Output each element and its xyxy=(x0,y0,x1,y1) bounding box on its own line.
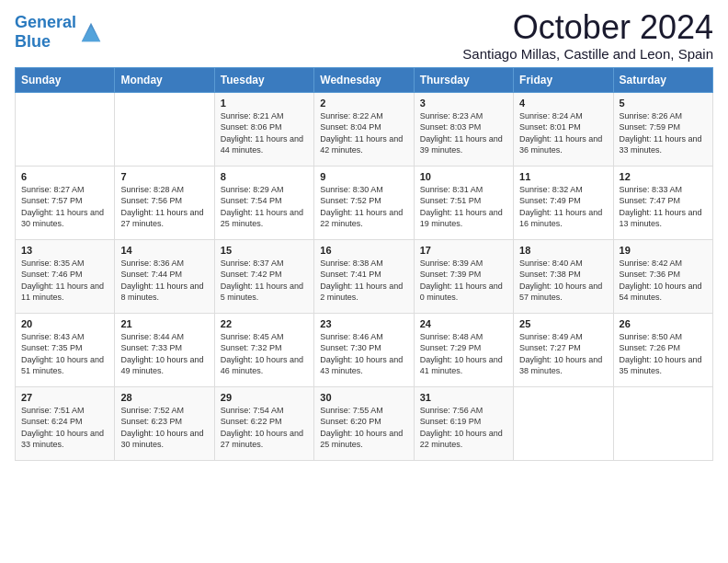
week-row-2: 6Sunrise: 8:27 AM Sunset: 7:57 PM Daylig… xyxy=(16,166,713,239)
cell-text: Sunrise: 8:40 AM Sunset: 7:38 PM Dayligh… xyxy=(519,258,607,304)
logo-line1: General xyxy=(15,13,76,32)
cell-3-2: 14Sunrise: 8:36 AM Sunset: 7:44 PM Dayli… xyxy=(115,239,214,313)
cell-text: Sunrise: 8:44 AM Sunset: 7:33 PM Dayligh… xyxy=(120,331,208,377)
cell-4-7: 26Sunrise: 8:50 AM Sunset: 7:26 PM Dayli… xyxy=(613,313,712,386)
cell-5-6 xyxy=(514,386,613,460)
day-number: 20 xyxy=(21,318,108,329)
cell-1-7: 5Sunrise: 8:26 AM Sunset: 7:59 PM Daylig… xyxy=(613,92,712,166)
cell-2-1: 6Sunrise: 8:27 AM Sunset: 7:57 PM Daylig… xyxy=(16,166,115,239)
day-number: 12 xyxy=(620,171,707,182)
cell-text: Sunrise: 8:24 AM Sunset: 8:01 PM Dayligh… xyxy=(519,110,607,156)
cell-text: Sunrise: 8:38 AM Sunset: 7:41 PM Dayligh… xyxy=(320,258,407,304)
day-number: 26 xyxy=(620,318,707,329)
cell-text: Sunrise: 8:32 AM Sunset: 7:49 PM Dayligh… xyxy=(519,184,607,230)
col-header-wednesday: Wednesday xyxy=(314,67,414,92)
day-number: 13 xyxy=(21,245,108,256)
cell-5-7 xyxy=(613,386,712,460)
cell-4-3: 22Sunrise: 8:45 AM Sunset: 7:32 PM Dayli… xyxy=(214,313,313,386)
day-number: 18 xyxy=(519,245,607,256)
day-number: 11 xyxy=(519,171,607,182)
cell-1-2 xyxy=(115,92,214,166)
week-row-4: 20Sunrise: 8:43 AM Sunset: 7:35 PM Dayli… xyxy=(16,313,713,386)
day-number: 31 xyxy=(420,392,507,403)
col-header-saturday: Saturday xyxy=(613,67,712,92)
col-header-tuesday: Tuesday xyxy=(214,67,313,92)
day-number: 27 xyxy=(21,392,108,403)
day-number: 4 xyxy=(519,98,607,109)
cell-5-1: 27Sunrise: 7:51 AM Sunset: 6:24 PM Dayli… xyxy=(16,386,115,460)
cell-text: Sunrise: 8:35 AM Sunset: 7:46 PM Dayligh… xyxy=(21,258,108,304)
cell-text: Sunrise: 7:52 AM Sunset: 6:23 PM Dayligh… xyxy=(120,405,208,451)
cell-1-1 xyxy=(16,92,115,166)
cell-text: Sunrise: 8:28 AM Sunset: 7:56 PM Dayligh… xyxy=(120,184,208,230)
day-number: 8 xyxy=(221,171,308,182)
cell-text: Sunrise: 8:33 AM Sunset: 7:47 PM Dayligh… xyxy=(620,184,707,230)
cell-text: Sunrise: 8:45 AM Sunset: 7:32 PM Dayligh… xyxy=(221,331,308,377)
svg-marker-1 xyxy=(82,26,101,41)
cell-text: Sunrise: 8:42 AM Sunset: 7:36 PM Dayligh… xyxy=(620,258,707,304)
cell-5-4: 30Sunrise: 7:55 AM Sunset: 6:20 PM Dayli… xyxy=(314,386,414,460)
day-number: 25 xyxy=(519,318,607,329)
col-header-sunday: Sunday xyxy=(16,67,115,92)
calendar-table: SundayMondayTuesdayWednesdayThursdayFrid… xyxy=(15,67,713,461)
logo: General Blue xyxy=(15,13,104,51)
header: General Blue October 2024 Santiago Milla… xyxy=(15,9,713,62)
col-header-friday: Friday xyxy=(514,67,613,92)
day-number: 1 xyxy=(221,98,308,109)
col-header-monday: Monday xyxy=(115,67,214,92)
cell-text: Sunrise: 8:22 AM Sunset: 8:04 PM Dayligh… xyxy=(320,110,407,156)
cell-text: Sunrise: 8:49 AM Sunset: 7:27 PM Dayligh… xyxy=(519,331,607,377)
logo-text: General Blue xyxy=(15,13,104,51)
day-number: 24 xyxy=(420,318,507,329)
day-number: 23 xyxy=(320,318,407,329)
cell-2-5: 10Sunrise: 8:31 AM Sunset: 7:51 PM Dayli… xyxy=(414,166,513,239)
day-number: 2 xyxy=(320,98,407,109)
day-number: 30 xyxy=(320,392,407,403)
week-row-5: 27Sunrise: 7:51 AM Sunset: 6:24 PM Dayli… xyxy=(16,386,713,460)
day-number: 17 xyxy=(420,245,507,256)
cell-2-7: 12Sunrise: 8:33 AM Sunset: 7:47 PM Dayli… xyxy=(613,166,712,239)
cell-1-3: 1Sunrise: 8:21 AM Sunset: 8:06 PM Daylig… xyxy=(214,92,313,166)
day-number: 28 xyxy=(120,392,208,403)
cell-3-6: 18Sunrise: 8:40 AM Sunset: 7:38 PM Dayli… xyxy=(514,239,613,313)
logo-icon xyxy=(78,19,104,45)
day-number: 3 xyxy=(420,98,507,109)
cell-3-7: 19Sunrise: 8:42 AM Sunset: 7:36 PM Dayli… xyxy=(613,239,712,313)
cell-3-4: 16Sunrise: 8:38 AM Sunset: 7:41 PM Dayli… xyxy=(314,239,414,313)
cell-4-5: 24Sunrise: 8:48 AM Sunset: 7:29 PM Dayli… xyxy=(414,313,513,386)
day-number: 21 xyxy=(120,318,208,329)
cell-text: Sunrise: 8:50 AM Sunset: 7:26 PM Dayligh… xyxy=(620,331,707,377)
cell-1-4: 2Sunrise: 8:22 AM Sunset: 8:04 PM Daylig… xyxy=(314,92,414,166)
cell-3-5: 17Sunrise: 8:39 AM Sunset: 7:39 PM Dayli… xyxy=(414,239,513,313)
cell-4-6: 25Sunrise: 8:49 AM Sunset: 7:27 PM Dayli… xyxy=(514,313,613,386)
title-block: October 2024 Santiago Millas, Castille a… xyxy=(462,9,713,62)
cell-text: Sunrise: 8:21 AM Sunset: 8:06 PM Dayligh… xyxy=(221,110,308,156)
day-number: 15 xyxy=(221,245,308,256)
day-number: 22 xyxy=(221,318,308,329)
cell-text: Sunrise: 8:37 AM Sunset: 7:42 PM Dayligh… xyxy=(221,258,308,304)
cell-text: Sunrise: 8:39 AM Sunset: 7:39 PM Dayligh… xyxy=(420,258,507,304)
cell-text: Sunrise: 8:36 AM Sunset: 7:44 PM Dayligh… xyxy=(120,258,208,304)
cell-2-6: 11Sunrise: 8:32 AM Sunset: 7:49 PM Dayli… xyxy=(514,166,613,239)
day-number: 10 xyxy=(420,171,507,182)
cell-text: Sunrise: 7:51 AM Sunset: 6:24 PM Dayligh… xyxy=(21,405,108,451)
cell-4-4: 23Sunrise: 8:46 AM Sunset: 7:30 PM Dayli… xyxy=(314,313,414,386)
day-number: 5 xyxy=(620,98,707,109)
cell-text: Sunrise: 7:56 AM Sunset: 6:19 PM Dayligh… xyxy=(420,405,507,451)
day-number: 16 xyxy=(320,245,407,256)
cell-4-1: 20Sunrise: 8:43 AM Sunset: 7:35 PM Dayli… xyxy=(16,313,115,386)
cell-text: Sunrise: 8:31 AM Sunset: 7:51 PM Dayligh… xyxy=(420,184,507,230)
day-number: 14 xyxy=(120,245,208,256)
cell-text: Sunrise: 8:48 AM Sunset: 7:29 PM Dayligh… xyxy=(420,331,507,377)
cell-1-6: 4Sunrise: 8:24 AM Sunset: 8:01 PM Daylig… xyxy=(514,92,613,166)
cell-4-2: 21Sunrise: 8:44 AM Sunset: 7:33 PM Dayli… xyxy=(115,313,214,386)
week-row-1: 1Sunrise: 8:21 AM Sunset: 8:06 PM Daylig… xyxy=(16,92,713,166)
location: Santiago Millas, Castille and Leon, Spai… xyxy=(462,46,713,62)
cell-text: Sunrise: 7:55 AM Sunset: 6:20 PM Dayligh… xyxy=(320,405,407,451)
cell-2-3: 8Sunrise: 8:29 AM Sunset: 7:54 PM Daylig… xyxy=(214,166,313,239)
cell-text: Sunrise: 8:27 AM Sunset: 7:57 PM Dayligh… xyxy=(21,184,108,230)
day-number: 9 xyxy=(320,171,407,182)
logo-line2: Blue xyxy=(15,32,76,52)
day-number: 19 xyxy=(620,245,707,256)
day-number: 6 xyxy=(21,171,108,182)
